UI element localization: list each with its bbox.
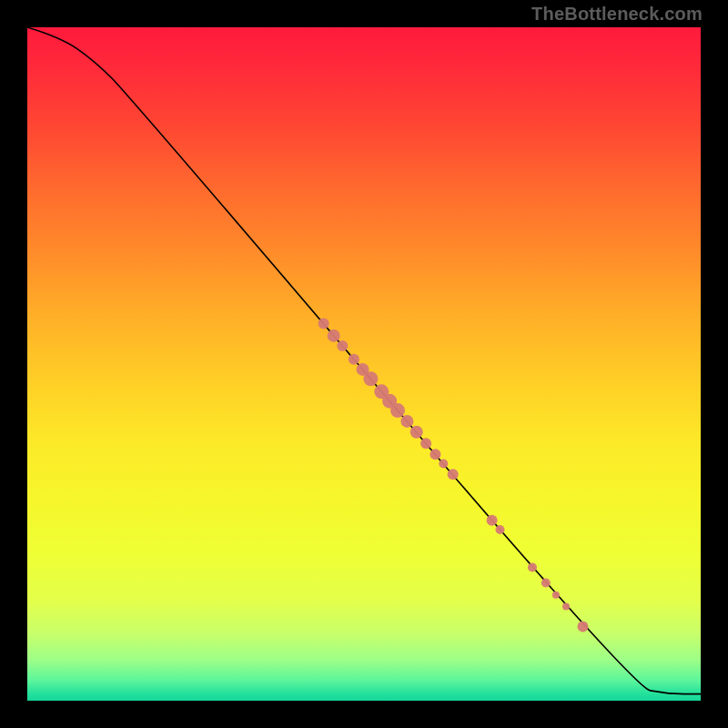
data-marker: [337, 340, 348, 351]
data-marker: [495, 525, 504, 534]
data-marker: [318, 318, 329, 329]
data-marker: [363, 371, 378, 386]
data-marker: [400, 415, 413, 428]
data-marker: [487, 515, 498, 526]
plot-area: [27, 27, 701, 701]
data-marker: [410, 426, 423, 439]
chart-stage: TheBottleneck.com: [0, 0, 728, 728]
data-marker: [420, 438, 431, 449]
marker-group: [318, 318, 589, 632]
watermark-text: TheBottleneck.com: [531, 4, 703, 25]
data-marker: [448, 469, 459, 480]
curve-svg: [27, 27, 701, 701]
data-marker: [390, 403, 405, 418]
data-marker: [541, 579, 551, 588]
data-marker: [528, 562, 537, 571]
data-marker: [430, 449, 440, 460]
data-marker: [552, 592, 560, 599]
data-marker: [328, 329, 340, 342]
performance-curve: [27, 27, 701, 694]
data-marker: [562, 602, 570, 610]
data-marker: [349, 354, 359, 365]
data-marker: [439, 460, 448, 469]
data-marker: [578, 622, 589, 632]
